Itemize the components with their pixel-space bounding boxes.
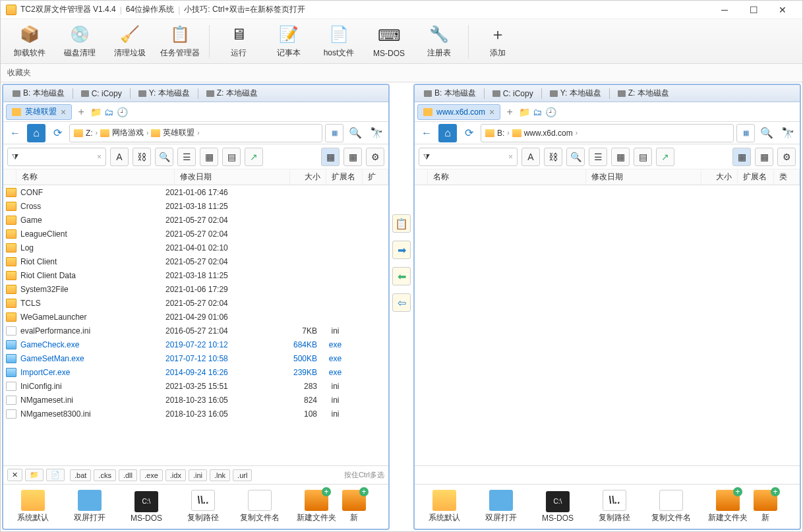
folder-shortcut-icon[interactable]: 📁 <box>519 107 529 117</box>
file-row[interactable]: GameSetMan.exe2017-07-12 10:58500KBexe <box>3 351 388 365</box>
action-双屏打开[interactable]: 双屏打开 <box>64 490 115 523</box>
list-view-button[interactable]: ☰ <box>589 148 607 166</box>
refresh-button[interactable]: ⟳ <box>460 124 478 142</box>
action-双屏打开[interactable]: 双屏打开 <box>475 490 527 523</box>
col-date[interactable]: 修改日期 <box>586 169 701 185</box>
clear-filter-icon[interactable]: × <box>508 152 513 162</box>
file-row[interactable]: IniConfig.ini2021-03-25 15:51283ini <box>3 379 388 393</box>
drive-button[interactable]: B: 本地磁盘 <box>419 86 481 100</box>
action-复制文件名[interactable]: 复制文件名 <box>234 490 285 523</box>
list-header-left[interactable]: 名称 修改日期 大小 扩展名 扩 <box>3 169 388 185</box>
close-button[interactable]: ✕ <box>775 3 790 16</box>
crumb[interactable]: www.x6d.com <box>512 129 573 138</box>
tab-right[interactable]: www.x6d.com × <box>417 104 500 120</box>
folder-shortcut-icon[interactable]: 📁 <box>90 107 101 117</box>
copy-right-button[interactable]: 📋 <box>392 214 411 233</box>
list-view-button[interactable]: ☰ <box>177 148 196 166</box>
drive-button[interactable]: C: iCopy <box>487 88 539 100</box>
action-MS-DOS[interactable]: C:\MS-DOS <box>532 491 583 523</box>
file-row[interactable]: Cross2021-03-18 11:25 <box>3 199 388 213</box>
options-button[interactable]: ▦ <box>736 124 755 142</box>
move-left-button[interactable]: ⬅ <box>392 267 411 285</box>
export-button[interactable]: ↗ <box>656 148 674 166</box>
filter-input[interactable] <box>22 152 93 162</box>
col-date[interactable]: 修改日期 <box>175 169 290 185</box>
col-name[interactable]: 名称 <box>428 169 586 185</box>
ext-file-icon[interactable]: 📄 <box>46 469 65 481</box>
maximize-button[interactable]: ☐ <box>746 3 761 16</box>
link-button[interactable]: ⛓ <box>133 148 151 166</box>
settings-button[interactable]: ⚙ <box>777 148 796 166</box>
action-新建文件夹[interactable]: 新建文件夹 <box>702 490 754 523</box>
back-button[interactable]: ← <box>417 124 436 142</box>
close-tab-icon[interactable]: × <box>61 107 66 117</box>
ext-chip[interactable]: .url <box>233 469 252 481</box>
breadcrumb-left[interactable]: Z:›网络游戏›英雄联盟› <box>69 124 322 142</box>
file-row[interactable]: NMgameset.ini2018-10-23 16:05824ini <box>3 393 388 407</box>
ext-chip[interactable]: .ini <box>189 469 207 481</box>
ext-chip[interactable]: .cks <box>94 469 116 481</box>
action-MS-DOS[interactable]: C:\MS-DOS <box>121 491 172 523</box>
refresh-button[interactable]: ⟳ <box>48 124 67 142</box>
detail-view-button[interactable]: ▤ <box>222 148 241 166</box>
ext-folder-icon[interactable]: 📁 <box>25 469 44 481</box>
action-系统默认[interactable]: 系统默认 <box>7 490 59 523</box>
ext-chip[interactable]: .bat <box>70 469 91 481</box>
home-button[interactable]: ⌂ <box>438 124 457 142</box>
col-ext[interactable]: 扩展名 <box>326 169 363 185</box>
filter-box-right[interactable]: ⧩ × <box>419 148 518 166</box>
drive-button[interactable]: C: iCopy <box>76 88 127 100</box>
toolbar-msdos-icon[interactable]: ⌨MS-DOS <box>365 24 413 59</box>
drive-button[interactable]: Y: 本地磁盘 <box>545 86 607 100</box>
detail-view-button[interactable]: ▤ <box>634 148 652 166</box>
crumb[interactable]: B: <box>485 129 504 138</box>
action-新[interactable]: 新 <box>759 490 772 523</box>
file-list-right[interactable] <box>415 185 800 465</box>
font-button[interactable]: A <box>521 148 540 166</box>
action-复制文件名[interactable]: 复制文件名 <box>645 490 697 523</box>
ext-chip[interactable]: .exe <box>140 469 163 481</box>
file-row[interactable]: Riot Client Data2021-03-18 11:25 <box>3 268 388 282</box>
action-新建文件夹[interactable]: 新建文件夹 <box>291 490 342 523</box>
search-button[interactable]: 🔍 <box>758 124 776 142</box>
zoom-button[interactable]: 🔍 <box>155 148 173 166</box>
file-row[interactable]: NMgameset8300.ini2018-10-23 16:05108ini <box>3 407 388 421</box>
options-button[interactable]: ▦ <box>325 124 343 142</box>
col-size[interactable]: 大小 <box>290 169 326 185</box>
col-attr[interactable]: 类 <box>774 169 800 185</box>
drive-button[interactable]: B: 本地磁盘 <box>7 86 70 100</box>
ext-chip[interactable]: .lnk <box>210 469 230 481</box>
list-header-right[interactable]: 名称 修改日期 大小 扩展名 类 <box>415 169 800 185</box>
folder-blue-icon[interactable]: 🗂 <box>532 107 543 117</box>
binoculars-icon[interactable]: 🔭 <box>779 124 797 142</box>
action-复制路径[interactable]: \\..复制路径 <box>589 490 640 523</box>
action-新[interactable]: 新 <box>347 490 361 523</box>
file-row[interactable]: Game2021-05-27 02:04 <box>3 213 388 227</box>
file-row[interactable]: evalPerformance.ini2016-05-27 21:047KBin… <box>3 324 388 338</box>
grid-view-button[interactable]: ▦ <box>611 148 630 166</box>
move-right-button[interactable]: ➡ <box>392 241 411 259</box>
toolbar-clean-junk-icon[interactable]: 🧹清理垃圾 <box>106 22 154 60</box>
toolbar-run-icon[interactable]: 🖥运行 <box>215 22 262 60</box>
file-row[interactable]: Riot Client2021-05-27 02:04 <box>3 254 388 268</box>
export-button[interactable]: ↗ <box>245 148 263 166</box>
minimize-button[interactable]: ─ <box>717 3 732 16</box>
crumb[interactable]: Z: <box>74 129 93 138</box>
col-name[interactable]: 名称 <box>16 169 175 185</box>
action-复制路径[interactable]: \\..复制路径 <box>177 490 229 523</box>
file-list-left[interactable]: CONF2021-01-06 17:46Cross2021-03-18 11:2… <box>3 185 388 465</box>
toolbar-add-icon[interactable]: ＋添加 <box>474 22 521 60</box>
crumb[interactable]: 英雄联盟 <box>151 127 194 138</box>
action-系统默认[interactable]: 系统默认 <box>419 490 470 523</box>
file-row[interactable]: Log2021-04-01 02:10 <box>3 241 388 254</box>
file-row[interactable]: ImportCer.exe2014-09-24 16:26239KBexe <box>3 365 388 379</box>
file-row[interactable]: TCLS2021-05-27 02:04 <box>3 296 388 310</box>
toolbar-notepad-icon[interactable]: 📝记事本 <box>265 22 312 60</box>
file-row[interactable]: WeGameLauncher2021-04-29 01:06 <box>3 310 388 324</box>
toolbar-uninstall-icon[interactable]: 📦卸载软件 <box>6 22 53 60</box>
home-button[interactable]: ⌂ <box>27 124 45 142</box>
search-button[interactable]: 🔍 <box>346 124 365 142</box>
sync-button[interactable]: ⇦ <box>392 293 411 312</box>
view-mode1-button[interactable]: ▦ <box>321 148 340 166</box>
view-mode2-button[interactable]: ▦ <box>755 148 773 166</box>
